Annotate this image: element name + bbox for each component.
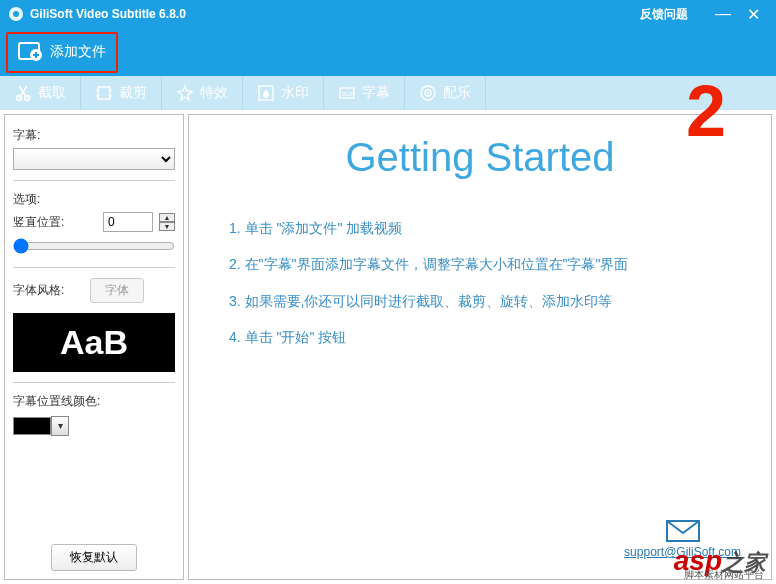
line-color-label: 字幕位置线颜色: xyxy=(13,393,175,410)
subtitle-select[interactable] xyxy=(13,148,175,170)
titlebar: GiliSoft Video Subtitle 6.8.0 反馈问题 — ✕ xyxy=(0,0,776,28)
vpos-slider[interactable] xyxy=(13,238,175,254)
step-1: 1. 单击 "添加文件" 加载视频 xyxy=(229,210,741,246)
feedback-link[interactable]: 反馈问题 xyxy=(640,6,688,23)
support-email-link[interactable]: support@GiliSoft.com xyxy=(624,545,741,559)
vpos-label: 竖直位置: xyxy=(13,214,64,231)
disc-icon xyxy=(419,84,437,102)
main-panel: Getting Started 1. 单击 "添加文件" 加载视频 2. 在"字… xyxy=(188,114,772,580)
step-3: 3. 如果需要,你还可以同时进行截取、裁剪、旋转、添加水印等 xyxy=(229,283,741,319)
add-file-icon xyxy=(18,40,44,65)
tab-cut[interactable]: 截取 xyxy=(0,76,81,110)
restore-defaults-button[interactable]: 恢复默认 xyxy=(51,544,137,571)
svg-rect-6 xyxy=(98,87,110,99)
subtitle-label: 字幕: xyxy=(13,127,175,144)
app-title: GiliSoft Video Subtitle 6.8.0 xyxy=(30,7,640,21)
options-label: 选项: xyxy=(13,191,175,208)
app-icon xyxy=(8,6,24,22)
annotation-number: 2 xyxy=(686,70,726,152)
divider xyxy=(13,267,175,268)
tab-music[interactable]: 配乐 xyxy=(405,76,486,110)
getting-started-title: Getting Started xyxy=(219,135,741,180)
support-block: support@GiliSoft.com xyxy=(624,520,741,559)
drop-icon xyxy=(257,84,275,102)
vpos-spinner[interactable]: ▲▼ xyxy=(159,213,175,231)
tab-crop[interactable]: 裁剪 xyxy=(81,76,162,110)
font-preview: AaB xyxy=(13,313,175,372)
tab-effect[interactable]: 特效 xyxy=(162,76,243,110)
tab-subtitle[interactable]: SUB 字幕 xyxy=(324,76,405,110)
body: 字幕: 选项: 竖直位置: ▲▼ 字体风格: 字体 AaB 字幕位置线颜色: ▾… xyxy=(0,110,776,584)
subtitle-icon: SUB xyxy=(338,84,356,102)
scissors-icon xyxy=(14,84,32,102)
add-file-button[interactable]: 添加文件 xyxy=(6,32,118,73)
color-dropdown[interactable]: ▾ xyxy=(51,416,69,436)
add-file-label: 添加文件 xyxy=(50,43,106,61)
steps-list: 1. 单击 "添加文件" 加载视频 2. 在"字幕"界面添加字幕文件，调整字幕大… xyxy=(229,210,741,356)
color-swatch xyxy=(13,417,51,435)
star-icon xyxy=(176,84,194,102)
step-4: 4. 单击 "开始" 按钮 xyxy=(229,319,741,355)
svg-point-12 xyxy=(427,92,429,94)
sidebar: 字幕: 选项: 竖直位置: ▲▼ 字体风格: 字体 AaB 字幕位置线颜色: ▾… xyxy=(4,114,184,580)
tabs-bar: 截取 裁剪 特效 水印 SUB 字幕 配乐 2 xyxy=(0,76,776,110)
crop-icon xyxy=(95,84,113,102)
vpos-input[interactable] xyxy=(103,212,153,232)
mail-icon xyxy=(666,520,700,542)
divider xyxy=(13,382,175,383)
step-2: 2. 在"字幕"界面添加字幕文件，调整字幕大小和位置在"字幕"界面 xyxy=(229,246,741,282)
main-toolbar: 添加文件 xyxy=(0,28,776,76)
svg-text:SUB: SUB xyxy=(342,91,354,97)
svg-point-1 xyxy=(13,11,19,17)
close-button[interactable]: ✕ xyxy=(738,5,768,24)
font-style-label: 字体风格: xyxy=(13,282,64,299)
minimize-button[interactable]: — xyxy=(708,5,738,23)
font-button[interactable]: 字体 xyxy=(90,278,144,303)
divider xyxy=(13,180,175,181)
tab-watermark[interactable]: 水印 xyxy=(243,76,324,110)
